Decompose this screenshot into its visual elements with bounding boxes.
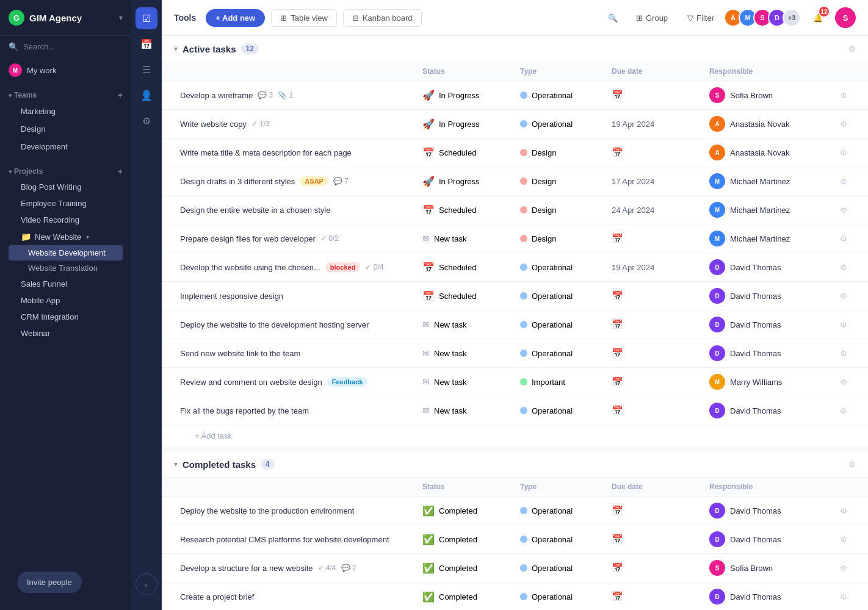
projects-header[interactable]: ▾ Projects + [9, 163, 123, 179]
search-bar[interactable]: 🔍 Search... [0, 36, 131, 57]
chevron-icon: ▾ [86, 234, 89, 240]
add-task-button[interactable]: + Add task [162, 425, 868, 447]
avatars-more[interactable]: +3 [783, 9, 801, 27]
collapse-panel-button[interactable]: ‹ [136, 573, 157, 595]
sidebar-item-webinar[interactable]: Webinar [9, 325, 123, 342]
row-settings[interactable]: ⚙ [831, 292, 856, 301]
add-team-icon[interactable]: + [118, 90, 123, 100]
sidebar-item-video-recording[interactable]: Video Recording [9, 212, 123, 228]
calendar-icon[interactable]: 📅 [136, 33, 157, 55]
sidebar-item-website-development[interactable]: Website Development [9, 245, 123, 260]
team-avatars[interactable]: A M S D +3 [728, 9, 801, 27]
sidebar-item-blog-post[interactable]: Blog Post Writing [9, 179, 123, 195]
user-menu-button[interactable]: S [835, 7, 856, 28]
sidebar-item-employee-training[interactable]: Employee Training [9, 195, 123, 212]
sidebar-item-website-translation[interactable]: Website Translation [9, 260, 123, 276]
table-row[interactable]: Design the entire website in a chosen st… [162, 196, 868, 224]
folder-icon: 📁 [21, 232, 31, 242]
row-settings[interactable]: ⚙ [831, 320, 856, 329]
projects-section: ▾ Projects + Blog Post Writing Employee … [0, 159, 131, 345]
completed-column-headers: Status Type Due date Responsible [162, 478, 868, 497]
my-work-item[interactable]: M My work [0, 57, 131, 83]
row-settings[interactable]: ⚙ [831, 406, 856, 415]
content-area: ▾ Active tasks 12 ⚙ Status Type Due date… [162, 36, 868, 610]
row-settings[interactable]: ⚙ [831, 564, 856, 573]
app-name: GIM Agency [29, 13, 82, 23]
add-new-button[interactable]: + Add new [206, 9, 265, 27]
table-row[interactable]: Fix all the bugs reported by the team ✉N… [162, 396, 868, 425]
table-row[interactable]: Implement responsive design 📅Scheduled O… [162, 282, 868, 310]
row-settings[interactable]: ⚙ [831, 506, 856, 515]
table-row[interactable]: Write meta title & meta description for … [162, 138, 868, 167]
table-row[interactable]: Deploy the website to the development ho… [162, 310, 868, 339]
col-status: Status [422, 67, 520, 76]
list-icon[interactable]: ☰ [136, 59, 157, 81]
group-button[interactable]: ⊞ Group [630, 10, 674, 26]
row-settings[interactable]: ⚙ [831, 535, 856, 544]
table-row[interactable]: Design drafts in 3 different styles ASAP… [162, 167, 868, 196]
sidebar-item-new-website[interactable]: 📁 New Website ▾ [9, 228, 123, 245]
projects-label: Projects [14, 167, 43, 176]
row-settings[interactable]: ⚙ [831, 206, 856, 215]
teams-label: Teams [14, 91, 37, 99]
add-project-icon[interactable]: + [118, 167, 123, 176]
section-toggle[interactable]: ▾ [174, 45, 178, 53]
icon-panel: ☑ 📅 ☰ 👤 ⚙ ‹ [131, 0, 162, 610]
search-placeholder: Search... [23, 42, 55, 51]
section-settings-icon[interactable]: ⚙ [848, 460, 856, 469]
active-tasks-title: Active tasks [183, 44, 236, 54]
invite-people-button[interactable]: Invite people [17, 572, 82, 593]
row-settings[interactable]: ⚙ [831, 263, 856, 272]
sidebar-item-development[interactable]: Development [9, 138, 123, 156]
table-row[interactable]: Write website copy ✓ 1/3 🚀In Progress Op… [162, 110, 868, 138]
table-row[interactable]: Prepare design files for web developer ✓… [162, 224, 868, 253]
settings-icon[interactable]: ⚙ [136, 110, 157, 132]
col-responsible: Responsible [709, 483, 831, 491]
table-icon: ⊞ [280, 13, 287, 23]
table-row[interactable]: Create a project brief ✅Completed Operat… [162, 583, 868, 610]
section-settings-icon[interactable]: ⚙ [848, 45, 856, 54]
notification-count: 12 [819, 7, 829, 16]
row-settings[interactable]: ⚙ [831, 91, 856, 100]
my-work-label: My work [27, 66, 56, 75]
table-row[interactable]: Deploy the website to the production env… [162, 497, 868, 525]
table-row[interactable]: Research potential CMS platforms for web… [162, 525, 868, 554]
table-row[interactable]: Review and comment on website design Fee… [162, 368, 868, 396]
filter-button[interactable]: ▽ Filter [681, 10, 720, 26]
sidebar-item-mobile-app[interactable]: Mobile App [9, 292, 123, 309]
row-settings[interactable]: ⚙ [831, 592, 856, 601]
row-settings[interactable]: ⚙ [831, 234, 856, 243]
table-row[interactable]: Develop a structure for a new website ✓ … [162, 554, 868, 583]
teams-header[interactable]: ▾ Teams + [9, 87, 123, 102]
sidebar-item-marketing[interactable]: Marketing [9, 102, 123, 120]
col-due: Due date [612, 483, 709, 491]
tasks-icon[interactable]: ☑ [136, 7, 157, 29]
kanban-board-button[interactable]: ⊟ Kanban board [343, 9, 422, 27]
table-view-button[interactable]: ⊞ Table view [271, 9, 337, 27]
app-logo[interactable]: G GIM Agency ▾ [0, 0, 131, 36]
active-tasks-header: ▾ Active tasks 12 ⚙ [162, 36, 868, 62]
table-row[interactable]: Develop the website using the chosen... … [162, 253, 868, 282]
sidebar-item-sales-funnel[interactable]: Sales Funnel [9, 276, 123, 292]
my-work-avatar: M [9, 63, 22, 77]
sidebar-item-design[interactable]: Design [9, 120, 123, 138]
col-status: Status [422, 483, 520, 491]
row-settings[interactable]: ⚙ [831, 349, 856, 358]
section-toggle[interactable]: ▾ [174, 460, 178, 468]
row-settings[interactable]: ⚙ [831, 148, 856, 157]
table-row[interactable]: Send new website link to the team ✉New t… [162, 339, 868, 368]
user-icon[interactable]: 👤 [136, 84, 157, 106]
col-task [174, 483, 422, 491]
row-settings[interactable]: ⚙ [831, 120, 856, 129]
completed-tasks-section: ▾ Completed tasks 4 ⚙ Status Type Due da… [162, 451, 868, 610]
row-settings[interactable]: ⚙ [831, 378, 856, 387]
sidebar: G GIM Agency ▾ 🔍 Search... M My work ▾ T… [0, 0, 131, 610]
active-tasks-count: 12 [241, 43, 259, 54]
table-row[interactable]: Develop a wireframe 💬 3 📎 1 🚀In Progress… [162, 81, 868, 110]
sidebar-item-crm[interactable]: CRM Integration [9, 309, 123, 325]
filter-icon: ▽ [687, 13, 693, 23]
search-button[interactable]: 🔍 [603, 8, 623, 27]
notifications-button[interactable]: 🔔 12 [808, 8, 828, 27]
row-settings[interactable]: ⚙ [831, 177, 856, 186]
new-website-label: New Website [35, 232, 81, 242]
